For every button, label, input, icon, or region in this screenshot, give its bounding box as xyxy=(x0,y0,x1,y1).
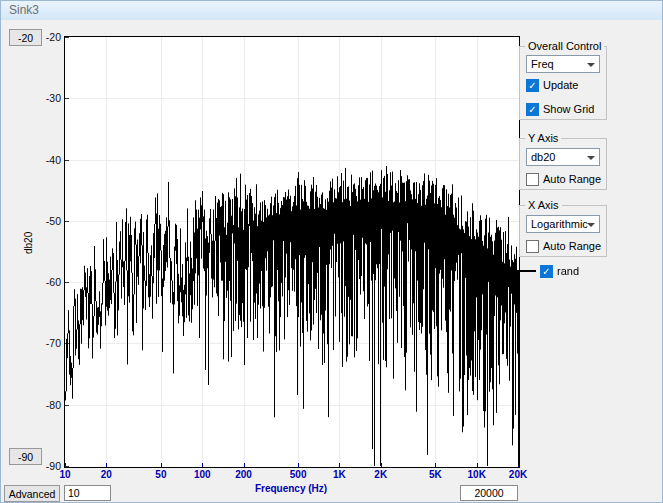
x-axis-title: Frequency (Hz) xyxy=(64,483,518,494)
show-grid-checkbox-label: Show Grid xyxy=(543,103,594,115)
window-titlebar: Sink3 xyxy=(1,1,662,20)
y-tick-label: -70 xyxy=(35,337,61,349)
x-tick-label: 10K xyxy=(468,469,486,480)
x-tick-label: 50 xyxy=(155,469,166,480)
x-axis-selected-value: Logarithmic xyxy=(531,218,588,230)
plot-area xyxy=(64,36,520,468)
y-tick-label: -80 xyxy=(35,399,61,411)
overall-control-dropdown[interactable]: Freq xyxy=(526,55,600,73)
y-axis-group-label: Y Axis xyxy=(525,132,561,144)
x-tick-label: 1K xyxy=(333,469,346,480)
series-label: rand xyxy=(557,265,579,277)
update-checkbox[interactable]: Update xyxy=(526,78,578,92)
sink3-window: Sink3 -20 -90 db20 -20-30-40-50-60-70-80… xyxy=(0,0,663,503)
x-max-input[interactable] xyxy=(460,485,518,501)
y-axis-title: db20 xyxy=(23,232,34,254)
show-grid-checkbox[interactable]: Show Grid xyxy=(526,102,594,116)
advanced-button[interactable]: Advanced xyxy=(4,485,60,502)
overall-control-group: Overall Control Freq Update Show Grid xyxy=(519,46,607,120)
y-tick-label: -40 xyxy=(35,154,61,166)
x-tick-label: 10 xyxy=(59,469,70,480)
series-line-sample xyxy=(514,270,536,272)
legend: rand xyxy=(514,264,579,278)
y-tick-label: -50 xyxy=(35,215,61,227)
checkbox-icon xyxy=(526,79,539,92)
overall-control-selected-value: Freq xyxy=(531,58,554,70)
series-rand-checkbox[interactable] xyxy=(540,265,553,278)
x-min-input[interactable] xyxy=(64,485,111,501)
spectrum-canvas xyxy=(65,37,519,467)
chevron-down-icon xyxy=(587,156,595,160)
x-axis-dropdown[interactable]: Logarithmic xyxy=(526,215,600,233)
chevron-down-icon xyxy=(587,63,595,67)
y-tick-label: -90 xyxy=(35,460,61,472)
x-auto-range-label: Auto Range xyxy=(543,240,601,252)
x-axis-group: X Axis Logarithmic Auto Range xyxy=(519,205,607,257)
x-tick-label: 100 xyxy=(194,469,211,480)
y-auto-range-label: Auto Range xyxy=(543,173,601,185)
x-tick-label: 20 xyxy=(101,469,112,480)
y-tick-label: -20 xyxy=(35,31,61,43)
x-axis-group-label: X Axis xyxy=(525,199,562,211)
x-tick-label: 5K xyxy=(429,469,442,480)
x-tick-label: 2K xyxy=(374,469,387,480)
x-tick-label: 20K xyxy=(509,469,527,480)
y-tick-label: -60 xyxy=(35,276,61,288)
overall-control-group-label: Overall Control xyxy=(525,40,604,52)
checkbox-icon xyxy=(526,103,539,116)
checkbox-icon xyxy=(526,240,539,253)
x-auto-range-checkbox[interactable]: Auto Range xyxy=(526,239,601,253)
y-auto-range-checkbox[interactable]: Auto Range xyxy=(526,172,601,186)
window-title: Sink3 xyxy=(9,3,39,17)
y-tick-label: -30 xyxy=(35,92,61,104)
chevron-down-icon xyxy=(587,223,595,227)
update-checkbox-label: Update xyxy=(543,79,578,91)
x-tick-label: 200 xyxy=(235,469,252,480)
y-axis-selected-value: db20 xyxy=(531,151,555,163)
y-axis-group: Y Axis db20 Auto Range xyxy=(519,138,607,190)
y-axis-dropdown[interactable]: db20 xyxy=(526,148,600,166)
checkbox-icon xyxy=(526,173,539,186)
x-tick-label: 500 xyxy=(290,469,307,480)
